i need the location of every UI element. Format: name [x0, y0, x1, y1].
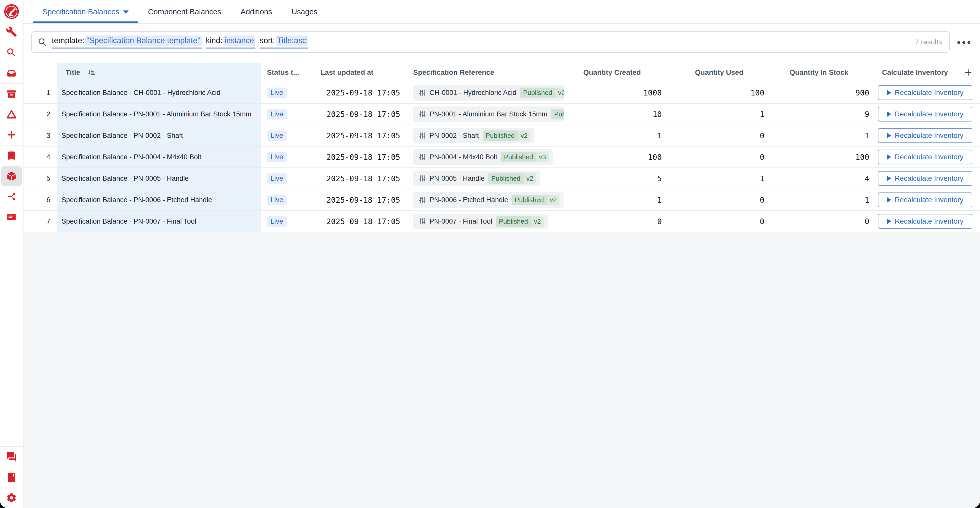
status-badge: Live: [267, 109, 287, 119]
version-badge: v3: [536, 152, 549, 162]
header-quantity-in-stock[interactable]: Quantity In Stock: [769, 63, 874, 82]
row-status-cell: Live: [261, 82, 314, 103]
header-calculate-inventory: Calculate Inventory: [874, 63, 980, 82]
reference-label: PN-0001 - Aluminium Bar Stock 15mm: [430, 110, 547, 118]
sidebar-item-deltas[interactable]: [1, 104, 22, 124]
tab-usages[interactable]: Usages: [282, 0, 327, 23]
token-key: kind:: [206, 36, 222, 45]
status-badge: Live: [267, 152, 287, 162]
token-value: "Specification Balance template": [85, 35, 202, 46]
results-table: Title Status t... Last updated at Specif…: [24, 63, 980, 232]
row-title: Specification Balance - CH-0001 - Hydroc…: [57, 82, 261, 103]
search-query-input[interactable]: template:"Specification Balance template…: [52, 35, 915, 49]
token-key: sort:: [259, 36, 275, 45]
header-label: Last updated at: [321, 68, 373, 76]
recalculate-inventory-button[interactable]: Recalculate Inventory: [878, 85, 972, 100]
header-quantity-created[interactable]: Quantity Created: [566, 63, 667, 82]
reference-chip[interactable]: PN-0006 - Etched Handle Published v2: [413, 192, 563, 208]
reference-chip[interactable]: CH-0001 - Hydrochloric Acid Published v2: [413, 85, 564, 100]
recalculate-label: Recalculate Inventory: [895, 153, 963, 161]
sidebar-item-inbox[interactable]: [1, 63, 22, 83]
ellipsis-icon: [967, 41, 970, 44]
sidebar-item-comments[interactable]: [1, 447, 22, 467]
reference-chip[interactable]: PN-0001 - Aluminium Bar Stock 15mm Publi…: [413, 107, 564, 122]
sidebar-item-bookmarks[interactable]: [1, 145, 22, 166]
row-status-cell: Live: [261, 104, 314, 124]
row-action-cell: Recalculate Inventory: [874, 82, 980, 103]
sort-ascending-icon[interactable]: [87, 68, 95, 77]
play-icon: [887, 154, 891, 160]
recalculate-inventory-button[interactable]: Recalculate Inventory: [878, 171, 972, 186]
header-title[interactable]: Title: [57, 63, 261, 82]
tab-additions[interactable]: Additions: [231, 0, 282, 23]
row-quantity-created: 1: [566, 125, 667, 146]
row-title: Specification Balance - PN-0002 - Shaft: [57, 125, 261, 146]
row-last-updated: 2025-09-18 17:05: [314, 82, 406, 103]
header-label: Specification Reference: [413, 68, 494, 76]
header-label: Title: [65, 68, 80, 76]
cube-package-icon: [6, 170, 17, 182]
sidebar-item-create[interactable]: [1, 124, 22, 145]
row-quantity-used: 0: [667, 211, 769, 232]
more-options-button[interactable]: [955, 38, 973, 46]
reference-chip[interactable]: PN-0004 - M4x40 Bolt Published v3: [413, 149, 553, 165]
version-badge: v2: [523, 174, 536, 184]
published-version-badge: Published v3: [501, 152, 549, 162]
table-row[interactable]: 5 Specification Balance - PN-0005 - Hand…: [24, 168, 980, 190]
recalculate-inventory-button[interactable]: Recalculate Inventory: [878, 193, 972, 207]
sidebar-item-docs[interactable]: [1, 467, 22, 487]
table-row[interactable]: 7 Specification Balance - PN-0007 - Fina…: [24, 211, 980, 232]
sidebar-item-flows[interactable]: [1, 186, 22, 207]
table-row[interactable]: 2 Specification Balance - PN-0001 - Alum…: [24, 104, 980, 125]
recalculate-label: Recalculate Inventory: [895, 174, 963, 183]
sidebar-item-records[interactable]: [1, 207, 22, 227]
row-action-cell: Recalculate Inventory: [874, 147, 980, 167]
reference-chip[interactable]: PN-0007 - Final Tool Published v2: [413, 214, 548, 229]
row-reference-cell: PN-0007 - Final Tool Published v2: [406, 211, 566, 232]
table-row[interactable]: 3 Specification Balance - PN-0002 - Shaf…: [24, 125, 980, 147]
row-last-updated: 2025-09-18 17:05: [314, 125, 406, 146]
query-token-sort[interactable]: sort:Title:asc: [259, 35, 308, 49]
sidebar-item-settings[interactable]: [1, 487, 22, 508]
table-row[interactable]: 4 Specification Balance - PN-0004 - M4x4…: [24, 147, 980, 168]
sidebar-item-inventory[interactable]: [1, 166, 22, 186]
tab-specification-balances[interactable]: Specification Balances: [33, 0, 138, 23]
status-badge: Live: [267, 131, 287, 141]
sidebar-item-tools[interactable]: [1, 21, 22, 42]
seal-stamp-logo[interactable]: [3, 3, 21, 21]
header-last-updated[interactable]: Last updated at: [314, 63, 406, 82]
sidebar-item-archive[interactable]: [1, 84, 22, 104]
row-number: 7: [24, 211, 57, 232]
published-version-badge: Published v2: [520, 88, 564, 98]
recalculate-inventory-button[interactable]: Recalculate Inventory: [878, 214, 972, 229]
table-row[interactable]: 1 Specification Balance - CH-0001 - Hydr…: [24, 82, 980, 104]
header-specification-reference[interactable]: Specification Reference: [406, 63, 566, 82]
row-status-cell: Live: [261, 168, 314, 189]
recalculate-inventory-button[interactable]: Recalculate Inventory: [878, 128, 972, 143]
reference-chip[interactable]: PN-0005 - Handle Published v2: [413, 171, 540, 186]
published-version-badge: Published v2: [551, 109, 564, 119]
reference-chip[interactable]: PN-0002 - Shaft Published v2: [413, 128, 535, 143]
row-action-cell: Recalculate Inventory: [874, 190, 980, 210]
table-row[interactable]: 6 Specification Balance - PN-0006 - Etch…: [24, 190, 980, 211]
status-badge: Live: [267, 216, 287, 227]
header-status[interactable]: Status t...: [261, 63, 314, 82]
sidebar-item-search[interactable]: [1, 42, 22, 63]
row-number: 5: [24, 168, 57, 189]
row-last-updated: 2025-09-18 17:05: [314, 104, 406, 124]
recalculate-label: Recalculate Inventory: [895, 110, 963, 118]
header-row-number: [24, 63, 57, 82]
card-form-icon: [6, 211, 17, 223]
add-column-plus-icon[interactable]: [964, 68, 972, 76]
header-quantity-used[interactable]: Quantity Used: [667, 63, 769, 82]
row-quantity-used: 100: [667, 82, 769, 103]
recalculate-inventory-button[interactable]: Recalculate Inventory: [878, 150, 972, 164]
query-token-template[interactable]: template:"Specification Balance template…: [52, 35, 202, 49]
search-box[interactable]: template:"Specification Balance template…: [32, 32, 950, 53]
tab-component-balances[interactable]: Component Balances: [138, 0, 231, 23]
reference-label: PN-0004 - M4x40 Bolt: [430, 153, 497, 161]
query-token-kind[interactable]: kind:instance: [206, 35, 256, 49]
chat-bubbles-icon: [6, 451, 17, 463]
recalculate-inventory-button[interactable]: Recalculate Inventory: [878, 107, 972, 121]
header-label: Quantity In Stock: [790, 68, 848, 76]
